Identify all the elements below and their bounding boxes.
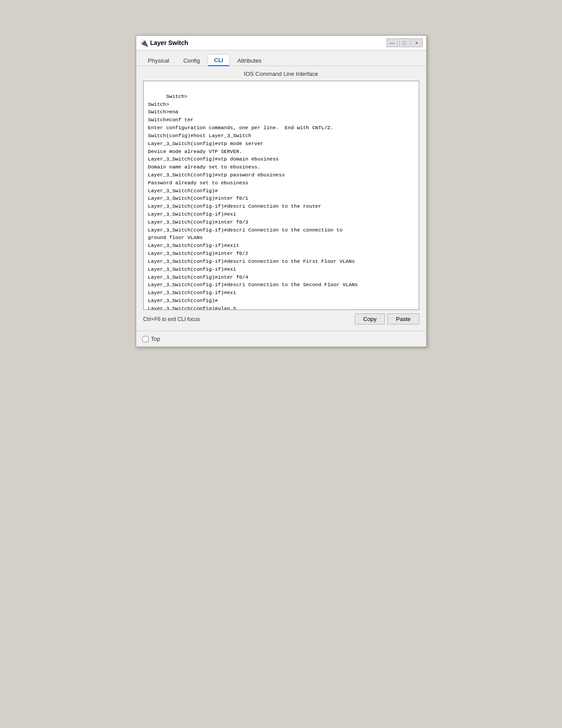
cli-footer: Ctrl+F6 to exit CLI focus Copy Paste (143, 314, 419, 325)
bottom-bar: Top (136, 331, 426, 347)
cli-section-title: IOS Command Line Interface (143, 71, 419, 77)
cli-output: Switch> Switch> Switch>ena Switch#conf t… (148, 93, 358, 310)
cli-action-buttons: Copy Paste (355, 314, 419, 325)
close-button[interactable]: × (411, 38, 423, 47)
tab-physical[interactable]: Physical (141, 55, 176, 66)
cli-hint: Ctrl+F6 to exit CLI focus (143, 316, 200, 322)
tab-bar: Physical Config CLI Attributes (136, 50, 426, 66)
main-window: 🔌 Layer Switch — □ × Physical Config CLI… (136, 35, 427, 347)
tab-active-indicator (208, 65, 230, 66)
cli-terminal[interactable]: Switch> Switch> Switch>ena Switch#conf t… (143, 81, 419, 310)
top-label: Top (151, 336, 160, 342)
top-checkbox[interactable] (142, 336, 149, 342)
copy-button[interactable]: Copy (355, 314, 385, 325)
maximize-button[interactable]: □ (399, 38, 410, 47)
title-bar-controls: — □ × (387, 38, 423, 47)
paste-button[interactable]: Paste (387, 314, 419, 325)
tab-config[interactable]: Config (177, 55, 207, 66)
title-bar-left: 🔌 Layer Switch (140, 39, 188, 47)
window-title: Layer Switch (150, 39, 188, 46)
window-icon: 🔌 (140, 39, 148, 47)
minimize-button[interactable]: — (387, 38, 398, 47)
tab-attributes[interactable]: Attributes (231, 55, 268, 66)
content-area: IOS Command Line Interface Switch> Switc… (136, 66, 426, 331)
tab-cli[interactable]: CLI (208, 54, 230, 66)
title-bar: 🔌 Layer Switch — □ × (136, 36, 426, 50)
